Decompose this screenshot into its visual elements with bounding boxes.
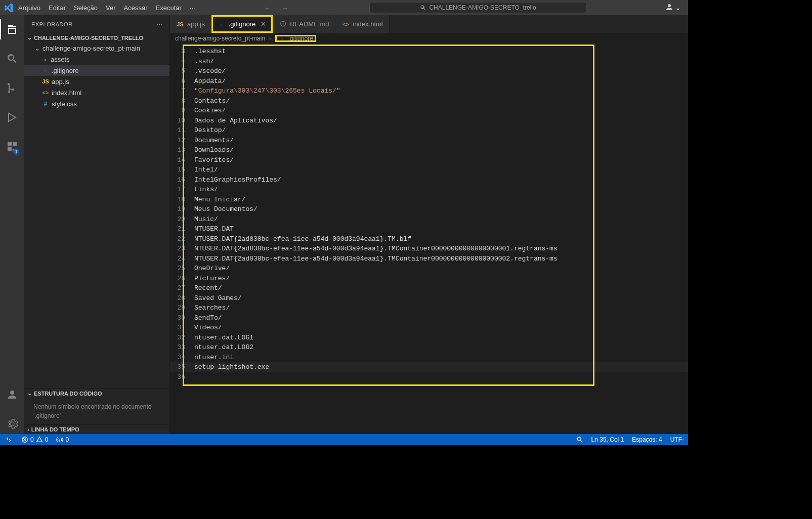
breadcrumb-item[interactable]: ◦ .gitignore	[275, 35, 316, 42]
menu-···[interactable]: ···	[186, 2, 199, 14]
zoom-icon	[576, 436, 583, 443]
line-number: 21	[170, 224, 194, 234]
code-line[interactable]: 10Dados de Aplicativos/	[170, 116, 688, 126]
code-line[interactable]: 6Appdata/	[170, 76, 688, 87]
tree-file-row[interactable]: ◦.gitignore	[24, 65, 169, 76]
code-line[interactable]: 18Menu Iniciar/	[170, 195, 688, 205]
code-text: setup-lightshot.exe	[194, 362, 269, 372]
activity-explorer[interactable]	[0, 19, 24, 39]
sidebar-more-button[interactable]: ···	[157, 21, 162, 27]
code-text: "Configura\303\247\303\265es Locais/"	[194, 86, 340, 96]
code-text: Favorites/	[194, 155, 234, 165]
tree-folder-row[interactable]: ›assets	[24, 54, 169, 65]
code-line[interactable]: 15Intel/	[170, 165, 688, 175]
line-number: 6	[170, 76, 194, 87]
code-text: NTUSER.DAT	[194, 224, 234, 234]
activity-account[interactable]	[0, 384, 24, 405]
code-line[interactable]: 32ntuser.dat.LOG1	[170, 333, 688, 343]
menu-arquivo[interactable]: Arquivo	[14, 2, 45, 14]
activity-run-debug[interactable]	[0, 107, 24, 127]
tree-file-row[interactable]: <>index.html	[24, 87, 169, 98]
command-center-input[interactable]: CHALLENGE-AMIGO-SECRETO_trello	[369, 2, 587, 13]
code-text: .ssh/	[194, 57, 214, 67]
close-icon[interactable]: ✕	[261, 20, 266, 28]
code-line[interactable]: 34ntuser.ini	[170, 353, 688, 363]
command-center: CHALLENGE-AMIGO-SECRETO_trello	[292, 2, 664, 13]
code-line[interactable]: 22NTUSER.DAT{2ad838bc-efea-11ee-a54d-000…	[170, 234, 688, 244]
code-line[interactable]: 5.vscode/	[170, 66, 688, 76]
tab--gitignore[interactable]: ◦.gitignore✕	[211, 15, 273, 33]
code-line[interactable]: 29Searches/	[170, 303, 688, 313]
status-indent[interactable]: Espaços: 4	[628, 434, 666, 445]
breadcrumb-item[interactable]: challenge-amigo-secreto_pt-main	[175, 35, 265, 42]
status-zoom[interactable]	[572, 434, 587, 445]
code-line[interactable]: 17Links/	[170, 185, 688, 195]
code-text: Music/	[194, 214, 218, 225]
code-line[interactable]: 19Meus Documentos/	[170, 204, 688, 214]
code-line[interactable]: 31Videos/	[170, 323, 688, 333]
line-number: 3	[170, 47, 194, 57]
code-line[interactable]: 24NTUSER.DAT{2ad838bc-efea-11ee-a54d-000…	[170, 254, 688, 264]
git-file-icon: ◦	[218, 21, 226, 27]
activity-settings[interactable]	[0, 414, 24, 434]
menu-executar[interactable]: Executar	[152, 2, 186, 14]
menu-ver[interactable]: Ver	[102, 2, 120, 14]
code-text: Intel/	[194, 165, 218, 175]
code-line[interactable]: 36	[170, 372, 688, 382]
tab-README-md[interactable]: ⓘREADME.md	[273, 15, 335, 33]
code-line[interactable]: 33ntuser.dat.LOG2	[170, 342, 688, 353]
menu-seleção[interactable]: Seleção	[70, 2, 102, 14]
code-text: Meus Documentos/	[194, 204, 258, 214]
code-line[interactable]: 25OneDrive/	[170, 264, 688, 274]
code-text: ntuser.ini	[194, 353, 234, 363]
git-file-icon: ◦	[41, 67, 50, 73]
editor-viewport[interactable]: 3.lesshst4.ssh/5.vscode/6Appdata/7"Confi…	[170, 44, 688, 434]
activity-extensions[interactable]: 1	[0, 137, 24, 157]
code-line[interactable]: 16IntelGraphicsProfiles/	[170, 175, 688, 185]
menu-editar[interactable]: Editar	[45, 2, 70, 14]
code-line[interactable]: 13Downloads/	[170, 145, 688, 155]
breadcrumbs[interactable]: challenge-amigo-secreto_pt-main › ◦ .git…	[170, 33, 688, 44]
menu-acessar[interactable]: Acessar	[120, 2, 152, 14]
tree-folder-row[interactable]: ⌄ challenge-amigo-secreto_pt-main	[24, 42, 169, 54]
project-section-header[interactable]: ⌄ CHALLENGE-AMIGO-SECRETO_TRELLO	[24, 33, 169, 42]
timeline-header[interactable]: › LINHA DO TEMPO	[24, 425, 169, 434]
outline-header[interactable]: ⌄ ESTRUTURA DO CÓDIGO	[24, 388, 169, 398]
chevron-right-icon: ›	[27, 426, 29, 433]
remote-button[interactable]	[0, 434, 17, 445]
status-cursor[interactable]: Ln 35, Col 1	[587, 434, 628, 445]
code-line[interactable]: 3.lesshst	[170, 47, 688, 57]
timeline-title: LINHA DO TEMPO	[31, 426, 79, 433]
code-line[interactable]: 26Pictures/	[170, 274, 688, 284]
status-ports[interactable]: 0	[52, 434, 73, 445]
tree-file-row[interactable]: JSapp.js	[24, 76, 169, 87]
code-line[interactable]: 8Contacts/	[170, 96, 688, 106]
code-line[interactable]: 35setup-lightshot.exe	[170, 362, 688, 372]
command-center-text: CHALLENGE-AMIGO-SECRETO_trello	[429, 4, 536, 11]
activity-search[interactable]	[0, 49, 24, 69]
account-icon[interactable]	[665, 3, 680, 13]
code-line[interactable]: 30SendTo/	[170, 313, 688, 323]
code-line[interactable]: 27Recent/	[170, 283, 688, 293]
code-line[interactable]: 20Music/	[170, 214, 688, 225]
code-line[interactable]: 28Saved Games/	[170, 293, 688, 304]
tree-file-row[interactable]: #style.css	[24, 98, 169, 109]
nav-forward-button[interactable]: →	[279, 3, 291, 13]
code-line[interactable]: 9Cookies/	[170, 106, 688, 116]
code-line[interactable]: 23NTUSER.DAT{2ad838bc-efea-11ee-a54d-000…	[170, 244, 688, 254]
tab-index-html[interactable]: <>index.html	[335, 15, 389, 33]
status-encoding[interactable]: UTF-	[666, 434, 688, 445]
code-line[interactable]: 21NTUSER.DAT	[170, 224, 688, 234]
code-line[interactable]: 12Documents/	[170, 136, 688, 146]
vscode-logo-icon	[4, 3, 13, 12]
code-text: Contacts/	[194, 96, 230, 106]
code-line[interactable]: 7"Configura\303\247\303\265es Locais/"	[170, 86, 688, 96]
status-problems[interactable]: 0 0	[17, 434, 52, 445]
code-line[interactable]: 14Favorites/	[170, 155, 688, 165]
activity-scm[interactable]	[0, 78, 24, 98]
code-line[interactable]: 11Desktop/	[170, 125, 688, 136]
tab-app-js[interactable]: JSapp.js	[170, 15, 211, 33]
line-number: 22	[170, 234, 194, 244]
nav-back-button[interactable]: ←	[261, 3, 274, 13]
code-line[interactable]: 4.ssh/	[170, 57, 688, 67]
